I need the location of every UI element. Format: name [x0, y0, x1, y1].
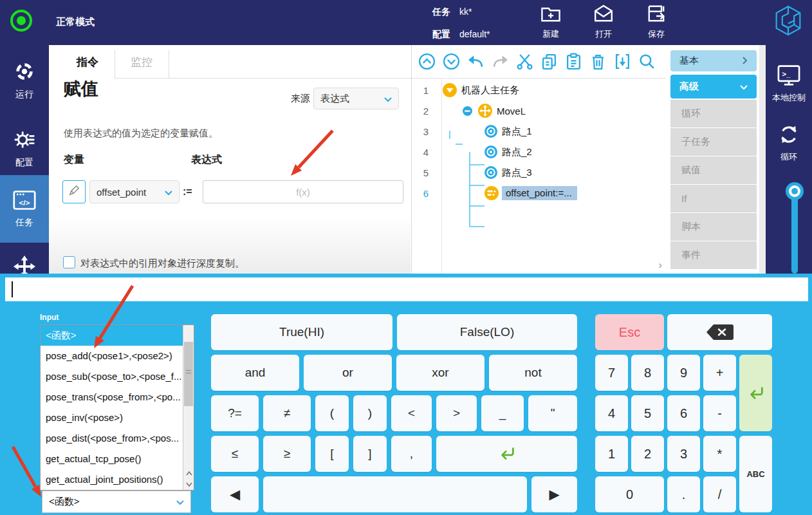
copy-icon[interactable]: [540, 53, 558, 70]
scroll-up-button[interactable]: [183, 468, 194, 478]
key-6[interactable]: 6: [667, 395, 700, 431]
function-list-item[interactable]: pose_trans(<pose_from>,<po...: [41, 387, 183, 407]
speed-slider-knob[interactable]: [786, 182, 804, 200]
redo-icon[interactable]: [492, 53, 509, 70]
key-or[interactable]: or: [304, 355, 392, 391]
function-list-item[interactable]: <函数>: [41, 325, 183, 346]
palette-item-赋值[interactable]: 赋值: [670, 156, 757, 184]
key-enter[interactable]: [436, 436, 577, 472]
key-and[interactable]: and: [211, 355, 299, 391]
edit-variable-button[interactable]: [62, 180, 86, 203]
palette-item-循环[interactable]: 循环: [670, 100, 757, 127]
rightbar-item-local-control[interactable]: >_本地控制: [766, 64, 812, 104]
rightbar-item-loop[interactable]: 循环: [766, 124, 812, 163]
key-lbracket[interactable]: [: [315, 436, 349, 472]
variable-select[interactable]: offset_point: [89, 180, 180, 203]
key-quote[interactable]: ": [528, 395, 577, 431]
function-list-item[interactable]: pose_dist(<pose_from>,<pos...: [41, 428, 183, 449]
key-3[interactable]: 3: [667, 436, 700, 472]
scroll-down-button[interactable]: [183, 479, 194, 489]
open-button[interactable]: 打开: [587, 4, 620, 40]
palette-item-if[interactable]: If: [670, 185, 757, 212]
scrollbar-thumb[interactable]: [184, 342, 193, 406]
key-right-arrow[interactable]: ▶: [531, 476, 577, 512]
cut-icon[interactable]: [516, 53, 533, 70]
key-q-eq[interactable]: ?=: [211, 395, 259, 431]
keyboard-text-input[interactable]: [5, 277, 808, 301]
key-backspace[interactable]: [667, 314, 772, 350]
key-comma[interactable]: ,: [391, 436, 432, 472]
move-down-icon[interactable]: [443, 53, 460, 70]
sidebar-item-task[interactable]: </>任务: [0, 175, 49, 243]
key-true-hi[interactable]: True(HI): [211, 314, 392, 350]
delete-icon[interactable]: [589, 53, 607, 70]
key-false-lo[interactable]: False(LO): [397, 314, 577, 350]
key-minus[interactable]: -: [703, 395, 736, 431]
key-esc[interactable]: Esc: [595, 314, 664, 350]
palette-group-basic[interactable]: 基本: [670, 50, 757, 71]
function-list-item[interactable]: pose_inv(<pose>): [41, 407, 183, 428]
function-select[interactable]: <函数>: [42, 491, 191, 513]
key-rparen[interactable]: ): [353, 395, 387, 431]
key-asterisk[interactable]: *: [703, 436, 736, 472]
function-list-item[interactable]: get_actual_joint_positions(): [41, 469, 183, 490]
tree-row[interactable]: 1机器人主任务: [412, 80, 666, 100]
collapse-minus-icon[interactable]: [463, 106, 472, 116]
palette-item-子任务[interactable]: 子任务: [670, 128, 757, 156]
key-rbracket[interactable]: ]: [353, 436, 387, 472]
tab-monitor[interactable]: 监控: [115, 45, 169, 79]
key-5[interactable]: 5: [631, 395, 664, 431]
key-gt[interactable]: >: [436, 395, 477, 431]
key-7[interactable]: 7: [595, 355, 628, 391]
function-list-item[interactable]: get_actual_tcp_pose(): [41, 449, 183, 469]
paste-icon[interactable]: [565, 53, 582, 70]
key-enter[interactable]: [739, 355, 772, 431]
tree-row[interactable]: 6offset_point:=...: [412, 183, 666, 203]
expression-input[interactable]: [203, 180, 403, 203]
key-lt[interactable]: <: [391, 395, 432, 431]
robot-teach-pendant-app: 正常模式 任务kk* 配置default* 新建打开保存 运行配置</>任务 指…: [0, 0, 812, 515]
key-left-arrow[interactable]: ◀: [211, 476, 259, 512]
deep-copy-checkbox[interactable]: [63, 256, 75, 268]
key-abc[interactable]: ABC: [739, 436, 772, 512]
save-button[interactable]: 保存: [640, 4, 673, 40]
key-underscore[interactable]: _: [481, 395, 524, 431]
key-0[interactable]: 0: [595, 476, 664, 512]
key-le[interactable]: ≤: [211, 436, 259, 472]
speed-slider-track[interactable]: [791, 191, 798, 274]
sidebar-item-config[interactable]: 配置: [0, 126, 49, 173]
palette-item-脚本[interactable]: 脚本: [670, 213, 757, 241]
key-1[interactable]: 1: [595, 436, 628, 472]
move-up-icon[interactable]: [418, 53, 436, 70]
tree-row[interactable]: 5路点_3: [412, 162, 666, 183]
key-plus[interactable]: +: [703, 355, 736, 391]
palette-group-advanced[interactable]: 高级: [670, 75, 757, 98]
search-icon[interactable]: [638, 53, 656, 70]
key-4[interactable]: 4: [595, 395, 628, 431]
tree-row[interactable]: 3路点_1: [412, 121, 666, 142]
key-8[interactable]: 8: [631, 355, 664, 391]
key-slash[interactable]: /: [703, 476, 736, 512]
palette-item-事件[interactable]: 事件: [670, 241, 757, 269]
key-lparen[interactable]: (: [315, 395, 349, 431]
key-neq[interactable]: ≠: [263, 395, 311, 431]
tab-instruction[interactable]: 指令: [60, 45, 115, 79]
panel-expand-chevron[interactable]: ›: [658, 259, 662, 272]
key-dot[interactable]: .: [667, 476, 700, 512]
tree-row[interactable]: 2MoveL: [412, 100, 666, 121]
key-xor[interactable]: xor: [396, 355, 484, 391]
sidebar-item-run[interactable]: 运行: [0, 58, 49, 104]
new-button[interactable]: 新建: [534, 4, 567, 40]
key-2[interactable]: 2: [631, 436, 664, 472]
key-space[interactable]: [263, 476, 527, 512]
key-9[interactable]: 9: [667, 355, 700, 391]
terminal-icon: >_: [777, 64, 800, 89]
source-select[interactable]: 表达式: [313, 88, 399, 109]
key-ge[interactable]: ≥: [263, 436, 311, 472]
function-list-item[interactable]: pose_add(<pose1>,<pose2>): [41, 346, 183, 366]
tree-row[interactable]: 4路点_2: [412, 142, 666, 162]
key-not[interactable]: not: [489, 355, 577, 391]
function-list-item[interactable]: pose_sub(<pose_to>,<pose_f...: [41, 366, 183, 387]
insert-icon[interactable]: [614, 53, 631, 70]
undo-icon[interactable]: [467, 53, 484, 70]
